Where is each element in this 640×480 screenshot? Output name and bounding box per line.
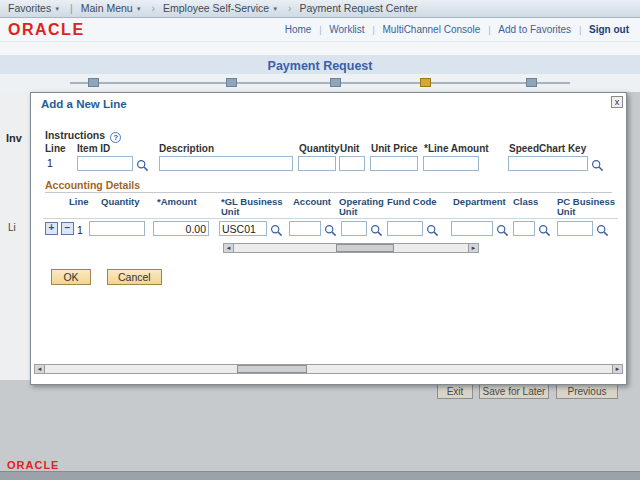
row-class-input[interactable] bbox=[513, 221, 535, 236]
unit-label: Unit bbox=[340, 143, 359, 154]
delete-row-icon[interactable]: − bbox=[61, 222, 74, 235]
divider bbox=[45, 192, 612, 193]
application-window: Favorites▼ | Main Menu▼ › Employee Self-… bbox=[0, 0, 640, 480]
nav-sign-out[interactable]: Sign out bbox=[589, 24, 629, 35]
nav-home[interactable]: Home bbox=[285, 24, 312, 35]
dialog-title: Add a New Line bbox=[41, 98, 127, 110]
breadcrumb: Favorites▼ | Main Menu▼ › Employee Self-… bbox=[0, 0, 640, 18]
account-lookup-icon[interactable] bbox=[324, 223, 337, 236]
menu-favorites[interactable]: Favorites▼ bbox=[8, 2, 62, 14]
item-id-input[interactable] bbox=[77, 156, 133, 171]
row-department-input[interactable] bbox=[451, 221, 493, 236]
header-links: Home | Worklist | MultiChannel Console |… bbox=[282, 18, 632, 42]
speedchart-lookup-icon[interactable] bbox=[591, 158, 604, 171]
menu-main-menu[interactable]: Main Menu▼ bbox=[81, 2, 144, 14]
fund-code-lookup-icon[interactable] bbox=[426, 223, 439, 236]
scrollbar-thumb[interactable] bbox=[336, 244, 394, 252]
item-id-lookup-icon[interactable] bbox=[136, 158, 149, 171]
pc-business-unit-lookup-icon[interactable] bbox=[596, 223, 609, 236]
col-department: Department bbox=[453, 197, 509, 207]
row-quantity-input[interactable] bbox=[89, 221, 145, 236]
step-indicator bbox=[0, 74, 640, 92]
nav-worklist[interactable]: Worklist bbox=[329, 24, 364, 35]
instructions-text: Instructions bbox=[45, 129, 105, 141]
operating-unit-lookup-icon[interactable] bbox=[370, 223, 383, 236]
footer-bar bbox=[0, 471, 640, 480]
instructions-label: Instructions? bbox=[45, 129, 121, 143]
col-line: Line bbox=[69, 197, 95, 207]
step-stop-4-active bbox=[420, 78, 431, 87]
col-class: Class bbox=[513, 197, 545, 207]
row-account-input[interactable] bbox=[289, 221, 321, 236]
lines-label-clipped: Li bbox=[8, 222, 16, 233]
row-operating-unit-input[interactable] bbox=[341, 221, 367, 236]
scrollbar-thumb[interactable] bbox=[237, 365, 307, 373]
save-for-later-button[interactable]: Save for Later bbox=[479, 384, 549, 399]
separator: | bbox=[319, 25, 321, 35]
step-line bbox=[70, 82, 570, 84]
ok-button[interactable]: OK bbox=[51, 269, 91, 285]
cancel-button[interactable]: Cancel bbox=[107, 269, 162, 285]
step-stop-2 bbox=[226, 78, 237, 87]
separator: | bbox=[70, 2, 73, 14]
line-number-value: 1 bbox=[47, 157, 53, 169]
previous-button[interactable]: Previous bbox=[556, 384, 618, 399]
scroll-left-icon[interactable]: ◄ bbox=[35, 365, 45, 373]
line-label: Line bbox=[45, 143, 66, 154]
unit-input[interactable] bbox=[339, 156, 365, 171]
unit-price-input[interactable] bbox=[370, 156, 418, 171]
oracle-footer-logo: ORACLE bbox=[7, 459, 59, 471]
department-lookup-icon[interactable] bbox=[496, 223, 509, 236]
chevron-down-icon: ▼ bbox=[272, 6, 278, 12]
step-stop-5 bbox=[526, 78, 537, 87]
breadcrumb-employee-self-service[interactable]: Employee Self-Service▼ bbox=[163, 2, 280, 14]
scroll-right-icon[interactable]: ► bbox=[612, 365, 622, 373]
add-row-icon[interactable]: + bbox=[45, 222, 58, 235]
quantity-label: Quantity bbox=[299, 143, 340, 154]
gl-business-unit-lookup-icon[interactable] bbox=[270, 223, 283, 236]
unit-price-label: Unit Price bbox=[371, 143, 418, 154]
page-title: Payment Request bbox=[268, 59, 373, 73]
row-gl-business-unit-input[interactable] bbox=[219, 221, 267, 236]
nav-multichannel-console[interactable]: MultiChannel Console bbox=[383, 24, 481, 35]
page-top-band bbox=[0, 42, 640, 55]
step-stop-1 bbox=[88, 78, 99, 87]
line-amount-label: *Line Amount bbox=[424, 143, 489, 154]
oracle-logo: ORACLE bbox=[8, 21, 85, 39]
grid-horizontal-scrollbar[interactable]: ◄ ► bbox=[223, 243, 479, 253]
col-fund-code: Fund Code bbox=[387, 197, 441, 207]
speedchart-key-input[interactable] bbox=[508, 156, 588, 171]
description-input[interactable] bbox=[159, 156, 293, 171]
separator: | bbox=[488, 25, 490, 35]
close-icon[interactable]: x bbox=[611, 96, 623, 108]
add-new-line-dialog: Add a New Line x Instructions? Line Item… bbox=[30, 92, 627, 385]
help-icon[interactable]: ? bbox=[110, 132, 121, 143]
breadcrumb-payment-request-center[interactable]: Payment Request Center bbox=[299, 2, 417, 14]
speedchart-key-label: SpeedChart Key bbox=[509, 143, 586, 154]
description-label: Description bbox=[159, 143, 214, 154]
class-lookup-icon[interactable] bbox=[538, 223, 551, 236]
separator: | bbox=[372, 25, 374, 35]
exit-button[interactable]: Exit bbox=[437, 384, 473, 399]
row-pc-business-unit-input[interactable] bbox=[557, 221, 593, 236]
breadcrumb-label: Employee Self-Service bbox=[163, 2, 269, 14]
col-operating-unit: Operating Unit bbox=[339, 197, 383, 217]
chevron-down-icon: ▼ bbox=[136, 6, 142, 12]
quantity-input[interactable] bbox=[298, 156, 336, 171]
scroll-right-icon[interactable]: ► bbox=[468, 244, 478, 252]
invoice-section-label-clipped: Inv bbox=[6, 132, 22, 144]
line-amount-input[interactable] bbox=[423, 156, 479, 171]
col-amount: *Amount bbox=[157, 197, 213, 207]
col-quantity: Quantity bbox=[101, 197, 147, 207]
separator: | bbox=[579, 25, 581, 35]
grid-header-divider bbox=[43, 218, 618, 219]
nav-add-to-favorites[interactable]: Add to Favorites bbox=[498, 24, 571, 35]
menu-main-menu-label: Main Menu bbox=[81, 2, 133, 14]
row-line-number: 1 bbox=[77, 224, 83, 236]
dialog-horizontal-scrollbar[interactable]: ◄ ► bbox=[34, 364, 623, 374]
row-amount-input[interactable] bbox=[153, 221, 209, 236]
scroll-left-icon[interactable]: ◄ bbox=[224, 244, 234, 252]
row-fund-code-input[interactable] bbox=[387, 221, 423, 236]
menu-favorites-label: Favorites bbox=[8, 2, 51, 14]
step-stop-3 bbox=[330, 78, 341, 87]
